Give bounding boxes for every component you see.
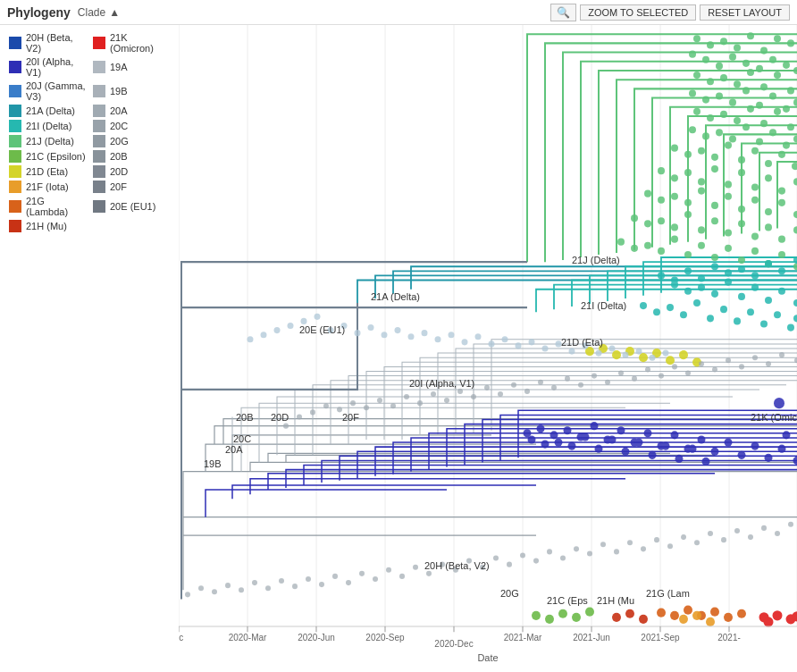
legend-label-20e: 20E (EU1) bbox=[110, 201, 155, 212]
svg-point-12 bbox=[707, 41, 714, 48]
svg-point-136 bbox=[711, 290, 718, 298]
svg-point-302 bbox=[449, 332, 455, 338]
svg-point-91 bbox=[751, 197, 759, 204]
svg-point-278 bbox=[685, 370, 691, 375]
svg-text:2020-Mar: 2020-Mar bbox=[229, 633, 267, 643]
svg-point-227 bbox=[520, 552, 525, 558]
legend-label-21a: 21A (Delta) bbox=[26, 105, 75, 116]
svg-point-257 bbox=[404, 394, 409, 399]
svg-point-178 bbox=[528, 435, 536, 443]
legend-label-21j: 21J (Delta) bbox=[26, 136, 74, 147]
svg-point-324 bbox=[724, 613, 733, 622]
svg-point-68 bbox=[751, 147, 759, 155]
legend-swatch-21k bbox=[93, 37, 105, 49]
toolbar: Phylogeny Clade ▲ 🔍 ZOOM TO SELECTED RES… bbox=[0, 0, 797, 25]
legend: 20H (Beta, V2)21K (Omicron)20I (Alpha, V… bbox=[0, 25, 179, 672]
legend-label-21k: 21K (Omicron) bbox=[110, 32, 170, 54]
svg-point-319 bbox=[657, 609, 666, 617]
search-button[interactable]: 🔍 bbox=[550, 4, 576, 21]
svg-point-188 bbox=[662, 442, 670, 450]
legend-swatch-21g bbox=[9, 200, 21, 213]
svg-point-275 bbox=[645, 366, 650, 372]
svg-point-313 bbox=[596, 350, 602, 357]
reset-layout-button[interactable]: RESET LAYOUT bbox=[700, 4, 790, 21]
legend-label-19a: 19A bbox=[110, 62, 128, 72]
svg-point-317 bbox=[650, 355, 656, 361]
svg-point-148 bbox=[707, 315, 714, 322]
svg-point-228 bbox=[533, 559, 539, 564]
svg-text:21G (Lam: 21G (Lam bbox=[646, 588, 690, 599]
svg-point-311 bbox=[569, 348, 575, 354]
svg-point-199 bbox=[666, 356, 675, 365]
svg-text:2021-: 2021- bbox=[717, 633, 741, 643]
svg-point-103 bbox=[738, 220, 745, 227]
legend-swatch-19b bbox=[93, 85, 105, 97]
svg-point-64 bbox=[698, 147, 705, 155]
svg-point-229 bbox=[547, 549, 552, 554]
svg-point-152 bbox=[760, 320, 768, 327]
svg-point-38 bbox=[716, 92, 723, 99]
svg-point-272 bbox=[605, 380, 610, 385]
svg-point-54 bbox=[702, 132, 709, 139]
svg-point-111 bbox=[658, 248, 665, 255]
zoom-to-selected-button[interactable]: ZOOM TO SELECTED bbox=[580, 4, 696, 21]
legend-swatch-20h bbox=[9, 37, 21, 49]
legend-item-20b: 20B bbox=[93, 150, 170, 163]
svg-point-135 bbox=[698, 284, 705, 291]
svg-point-159 bbox=[564, 426, 572, 434]
svg-point-273 bbox=[618, 370, 624, 375]
main-area: 20H (Beta, V2)21K (Omicron)20I (Alpha, V… bbox=[0, 25, 797, 672]
svg-point-51 bbox=[774, 108, 781, 115]
legend-label-19b: 19B bbox=[110, 86, 128, 97]
svg-point-217 bbox=[386, 567, 391, 573]
svg-point-88 bbox=[711, 202, 718, 209]
svg-point-284 bbox=[766, 361, 771, 366]
legend-item-20i: 20I (Alpha, V1) bbox=[9, 56, 86, 78]
svg-text:ec: ec bbox=[179, 633, 183, 643]
svg-point-33 bbox=[760, 83, 768, 90]
svg-point-78 bbox=[738, 169, 745, 176]
legend-swatch-20i bbox=[9, 61, 21, 73]
svg-point-204 bbox=[212, 589, 217, 594]
svg-point-34 bbox=[774, 71, 781, 79]
svg-point-290 bbox=[288, 323, 294, 329]
svg-point-139 bbox=[751, 284, 759, 291]
svg-point-49 bbox=[747, 105, 754, 113]
svg-text:20D: 20D bbox=[271, 411, 289, 422]
svg-text:20A: 20A bbox=[225, 444, 243, 455]
legend-item-20c: 20C bbox=[93, 120, 170, 132]
svg-point-267 bbox=[538, 380, 543, 385]
svg-point-314 bbox=[609, 345, 616, 351]
chart-area[interactable]: ec 2020-Mar 2020-Jun 2020-Sep 2020-Dec 2… bbox=[179, 25, 797, 672]
svg-point-242 bbox=[721, 537, 726, 542]
svg-point-233 bbox=[600, 542, 606, 547]
svg-point-177 bbox=[783, 431, 791, 439]
svg-point-206 bbox=[239, 587, 244, 592]
svg-point-220 bbox=[426, 571, 432, 576]
svg-point-32 bbox=[747, 69, 754, 76]
svg-point-337 bbox=[612, 613, 621, 622]
svg-point-341 bbox=[692, 611, 701, 620]
svg-text:19B: 19B bbox=[204, 458, 222, 468]
svg-point-165 bbox=[644, 429, 652, 437]
svg-point-95 bbox=[631, 214, 638, 222]
svg-point-236 bbox=[641, 546, 646, 551]
svg-point-55 bbox=[716, 129, 723, 136]
svg-point-342 bbox=[706, 617, 715, 626]
svg-point-81 bbox=[778, 188, 785, 195]
clade-sort-button[interactable]: Clade ▲ bbox=[78, 6, 120, 19]
phylogeny-chart: ec 2020-Mar 2020-Jun 2020-Sep 2020-Dec 2… bbox=[179, 25, 797, 672]
legend-swatch-20b bbox=[93, 150, 105, 163]
legend-item-20d: 20D bbox=[93, 165, 170, 178]
svg-point-130 bbox=[765, 260, 772, 267]
svg-point-269 bbox=[565, 376, 570, 382]
svg-text:21C (Eps: 21C (Eps bbox=[547, 594, 588, 605]
svg-point-182 bbox=[582, 433, 590, 441]
svg-point-211 bbox=[306, 576, 311, 582]
svg-point-89 bbox=[725, 193, 732, 200]
svg-point-147 bbox=[693, 299, 701, 307]
svg-point-124 bbox=[684, 267, 692, 274]
svg-point-57 bbox=[742, 123, 750, 130]
svg-point-118 bbox=[751, 248, 759, 255]
svg-point-305 bbox=[489, 340, 495, 347]
